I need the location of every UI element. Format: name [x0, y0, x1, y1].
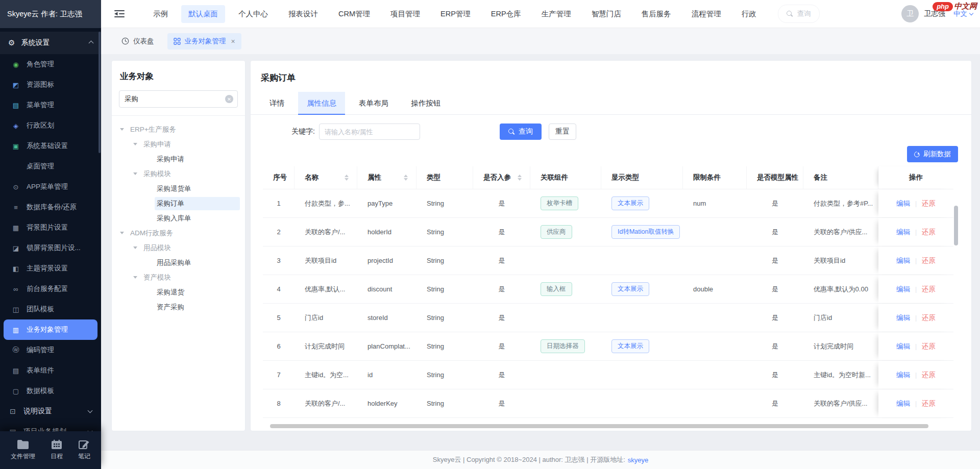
restore-link[interactable]: 还原 — [922, 285, 936, 294]
dock-item-note[interactable]: 笔记 — [78, 439, 90, 461]
tree-node[interactable]: 采购申请 — [112, 137, 240, 152]
vertical-scrollbar[interactable] — [954, 206, 958, 245]
edit-link[interactable]: 编辑 — [896, 285, 910, 294]
top-nav-tab[interactable]: 个人中心 — [231, 5, 275, 23]
edit-link[interactable]: 编辑 — [896, 399, 910, 408]
edit-link[interactable]: 编辑 — [896, 313, 910, 323]
top-nav-tab[interactable]: 生产管理 — [534, 5, 578, 23]
restore-link[interactable]: 还原 — [922, 342, 936, 351]
edit-link[interactable]: 编辑 — [896, 256, 910, 265]
top-nav-tab[interactable]: 示例 — [146, 5, 175, 23]
tab-详情[interactable]: 详情 — [261, 92, 293, 114]
top-nav-tab[interactable]: 项目管理 — [383, 5, 427, 23]
sidebar-item[interactable]: 桌面管理 — [0, 156, 101, 177]
sidebar-item[interactable]: ◪锁屏背景图片设... — [0, 238, 101, 258]
sidebar-section-system-settings[interactable]: ⚙ 系统设置 — [0, 32, 101, 54]
restore-link[interactable]: 还原 — [922, 313, 936, 323]
caret-down-icon[interactable] — [133, 246, 137, 249]
sidebar-item[interactable]: ▥业务对象管理 — [4, 319, 97, 340]
caret-down-icon[interactable] — [133, 143, 137, 145]
reset-button[interactable]: 重置 — [549, 124, 576, 140]
dock-item-folder[interactable]: 文件管理 — [11, 439, 35, 461]
sidebar-item[interactable]: ◧主题背景设置 — [0, 258, 101, 279]
tree-node[interactable]: 资产采购 — [112, 300, 240, 314]
tab-表单布局[interactable]: 表单布局 — [350, 92, 397, 114]
sidebar-item[interactable]: ⊙APP菜单管理 — [0, 177, 101, 197]
tree-node[interactable]: 资产模块 — [112, 270, 240, 285]
sidebar-item[interactable]: ▤表单组件 — [0, 360, 101, 381]
top-nav-tab[interactable]: 流程管理 — [684, 5, 728, 23]
sidebar-item[interactable]: ▣系统基础设置 — [0, 136, 101, 156]
skyeye-link[interactable]: skyeye — [628, 456, 648, 464]
top-nav-tab[interactable]: 售后服务 — [634, 5, 678, 23]
top-nav-tab[interactable]: 默认桌面 — [181, 5, 225, 23]
top-nav-tab[interactable]: CRM管理 — [331, 5, 377, 23]
refresh-data-button[interactable]: 刷新数据 — [907, 146, 958, 162]
clear-search-icon[interactable]: ✕ — [225, 95, 233, 103]
sidebar-item[interactable]: ◈行政区划 — [0, 115, 101, 136]
edit-link[interactable]: 编辑 — [896, 228, 910, 237]
column-header-label: 是否入参 — [483, 173, 511, 182]
restore-link[interactable]: 还原 — [922, 371, 936, 380]
top-nav-tab[interactable]: 行政 — [734, 5, 764, 23]
keyword-input[interactable] — [319, 124, 420, 140]
sort-icon[interactable] — [404, 175, 408, 181]
tree-node[interactable]: ERP+生产服务 — [112, 122, 240, 137]
edit-link[interactable]: 编辑 — [896, 342, 910, 351]
sidebar-item[interactable]: ◩资源图标 — [0, 75, 101, 95]
close-icon[interactable]: × — [231, 38, 235, 45]
top-nav-tab[interactable]: ERP仓库 — [484, 5, 528, 23]
tree-node[interactable]: 采购退货 — [112, 285, 240, 300]
cell-component — [530, 246, 601, 275]
sidebar-item[interactable]: ⓦ编码管理 — [0, 340, 101, 360]
caret-down-icon[interactable] — [133, 276, 137, 279]
restore-link[interactable]: 还原 — [922, 199, 936, 208]
dock-item-calendar[interactable]: 日程 — [51, 439, 63, 461]
table-row: 1付款类型，参...payTypeString是枚举卡槽文本展示num是付款类型… — [263, 189, 953, 218]
tree-node[interactable]: 采购退货单 — [112, 181, 240, 196]
breadcrumb-dashboard[interactable]: 仪表盘 — [115, 33, 160, 50]
restore-link[interactable]: 还原 — [922, 228, 936, 237]
breadcrumb-business-object[interactable]: 业务对象管理 × — [167, 33, 241, 50]
sidebar-item[interactable]: ◫团队模板 — [0, 299, 101, 319]
sidebar-item[interactable]: ∞前台服务配置 — [0, 279, 101, 299]
tab-操作按钮[interactable]: 操作按钮 — [402, 92, 449, 114]
collapse-sidebar-icon[interactable] — [114, 10, 125, 18]
sidebar-group[interactable]: ⊡说明设置 — [0, 401, 101, 422]
top-nav-tab[interactable]: 智慧门店 — [584, 5, 628, 23]
form-component-icon: ▤ — [11, 367, 20, 375]
sort-icon[interactable] — [345, 175, 349, 181]
component-tag: 供应商 — [541, 225, 572, 239]
tree-node[interactable]: 用品采购单 — [112, 255, 240, 270]
sidebar-scrollbar[interactable] — [99, 32, 101, 153]
tree-node[interactable]: 采购订单 — [112, 196, 240, 211]
tree-node[interactable]: 采购申请 — [112, 152, 240, 166]
sidebar-item[interactable]: ▤菜单管理 — [0, 95, 101, 115]
tree-node[interactable]: 采购模块 — [112, 166, 240, 181]
tab-属性信息[interactable]: 属性信息 — [298, 92, 345, 114]
tree-search-input[interactable] — [119, 90, 238, 108]
cell-attribute: discount — [357, 275, 416, 303]
top-nav-tab[interactable]: ERP管理 — [433, 5, 478, 23]
sidebar-item[interactable]: ◉角色管理 — [0, 54, 101, 75]
query-button[interactable]: 查询 — [500, 124, 542, 140]
top-nav-tab[interactable]: 报表设计 — [281, 5, 325, 23]
avatar[interactable]: 卫 — [901, 5, 919, 22]
caret-down-icon[interactable] — [120, 128, 124, 131]
caret-down-icon[interactable] — [120, 232, 124, 234]
horizontal-scrollbar[interactable] — [270, 424, 928, 428]
edit-link[interactable]: 编辑 — [896, 371, 910, 380]
php-cn-logo[interactable]: php 中文网 — [933, 2, 977, 11]
caret-down-icon[interactable] — [133, 172, 137, 175]
sidebar-item[interactable]: ▢数据模板 — [0, 381, 101, 401]
restore-link[interactable]: 还原 — [922, 399, 936, 408]
edit-link[interactable]: 编辑 — [896, 199, 910, 208]
restore-link[interactable]: 还原 — [922, 256, 936, 265]
sidebar-item[interactable]: ▦背景图片设置 — [0, 217, 101, 238]
tree-node[interactable]: 用品模块 — [112, 240, 240, 255]
tree-node[interactable]: 采购入库单 — [112, 211, 240, 226]
global-search-input[interactable]: 查询 — [778, 5, 820, 23]
sort-icon[interactable] — [518, 175, 522, 181]
tree-node[interactable]: ADM行政服务 — [112, 226, 240, 240]
sidebar-item[interactable]: ≡数据库备份/还原 — [0, 197, 101, 217]
